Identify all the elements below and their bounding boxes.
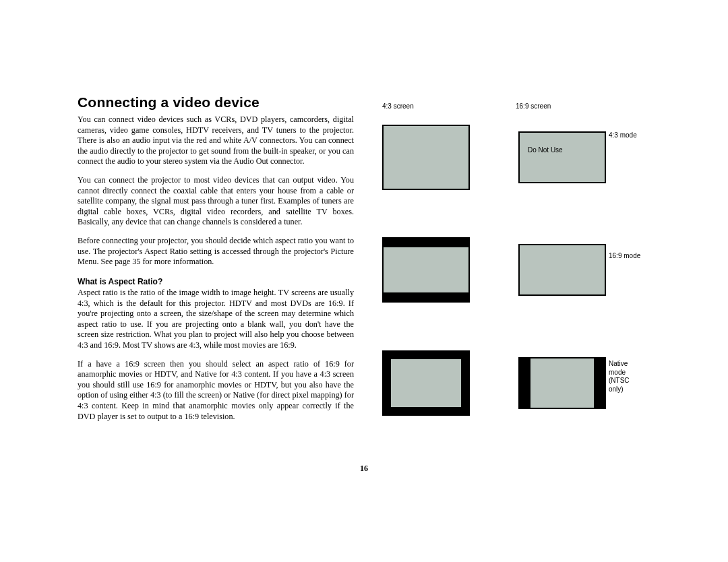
paragraph-3: Before connecting your projector, you sh… (78, 236, 354, 268)
row-label-native-text: Native mode (NTSC only) (609, 360, 630, 393)
screen-4-3-mode-4-3 (382, 125, 470, 190)
diagram-row-4-3-mode: Do Not Use 4:3 mode (374, 125, 698, 190)
row-label-native-mode: Native mode (NTSC only) (609, 360, 642, 394)
screen-16-9-native (518, 357, 606, 409)
row-label-4-3-mode: 4:3 mode (609, 131, 637, 140)
row-label-16-9-mode: 16:9 mode (609, 252, 640, 261)
row-label-16-9-text: 16:9 mode (609, 252, 640, 259)
do-not-use-label: Do Not Use (528, 146, 563, 155)
column-header-4-3: 4:3 screen (382, 102, 414, 110)
column-header-16-9: 16:9 screen (516, 102, 551, 110)
diagram-row-16-9-mode: 16:9 mode (374, 237, 698, 303)
page-number: 16 (0, 464, 728, 474)
page-title: Connecting a video device (78, 94, 354, 111)
paragraph-2: You can connect the projector to most vi… (78, 175, 354, 228)
diagram-row-native-mode: Native mode (NTSC only) (374, 350, 698, 416)
subheading-aspect-ratio: What is Aspect Ratio? (78, 277, 354, 286)
screen-4-3-native (382, 350, 470, 416)
row-label-4-3-text: 4:3 mode (609, 131, 637, 139)
screen-16-9-mode-4-3 (518, 131, 606, 183)
two-column-layout: Connecting a video device You can connec… (78, 94, 701, 430)
text-column: Connecting a video device You can connec… (78, 94, 354, 430)
screen-4-3-mode-16-9 (382, 237, 470, 303)
screen-16-9-mode-16-9 (518, 244, 606, 296)
paragraph-1: You can connect video devices such as VC… (78, 115, 354, 167)
paragraph-5: If a have a 16:9 screen then you should … (78, 359, 354, 423)
manual-page: Connecting a video device You can connec… (0, 0, 728, 562)
paragraph-4: Aspect ratio is the ratio of the image w… (78, 288, 354, 351)
